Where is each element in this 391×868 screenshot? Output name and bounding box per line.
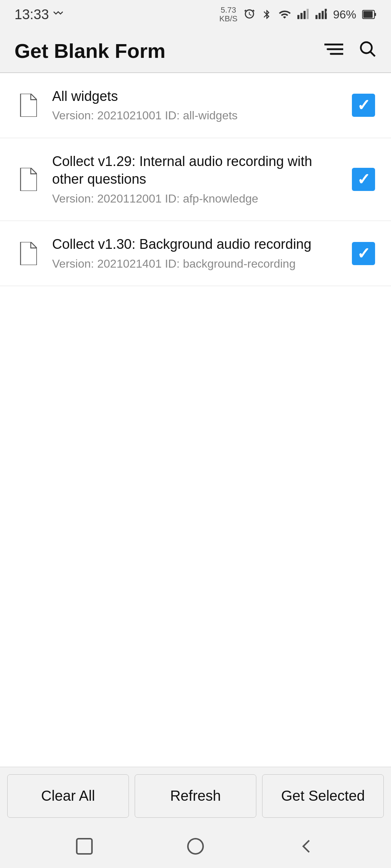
form-1-title: All widgets bbox=[52, 88, 339, 105]
svg-rect-2 bbox=[303, 11, 306, 19]
refresh-button[interactable]: Refresh bbox=[135, 774, 256, 818]
form-1-subtitle: Version: 2021021001 ID: all-widgets bbox=[52, 108, 339, 123]
file-icon bbox=[16, 242, 39, 265]
filter-icon[interactable] bbox=[324, 40, 343, 61]
form-1-content: All widgets Version: 2021021001 ID: all-… bbox=[52, 88, 339, 123]
form-2-content: Collect v1.29: Internal audio recording … bbox=[52, 153, 339, 206]
svg-rect-3 bbox=[307, 9, 309, 19]
svg-point-18 bbox=[188, 839, 203, 854]
svg-rect-10 bbox=[363, 11, 373, 18]
status-bar: 13:33 5.73 KB/S R 96% bbox=[0, 0, 391, 29]
form-3-content: Collect v1.30: Background audio recordin… bbox=[52, 235, 339, 271]
list-item[interactable]: Collect v1.29: Internal audio recording … bbox=[0, 138, 391, 221]
svg-rect-0 bbox=[297, 15, 299, 19]
form-3-title: Collect v1.30: Background audio recordin… bbox=[52, 235, 339, 253]
signal-icon bbox=[53, 9, 64, 20]
svg-rect-17 bbox=[77, 839, 92, 854]
svg-line-16 bbox=[371, 52, 375, 56]
svg-rect-5 bbox=[319, 13, 321, 19]
checkmark-icon: ✓ bbox=[357, 246, 370, 261]
svg-rect-6 bbox=[321, 11, 324, 19]
checkmark-icon: ✓ bbox=[357, 171, 370, 187]
svg-point-15 bbox=[361, 42, 372, 53]
file-icon bbox=[16, 94, 39, 117]
list-item[interactable]: All widgets Version: 2021021001 ID: all-… bbox=[0, 73, 391, 138]
svg-rect-11 bbox=[374, 13, 376, 16]
alarm-icon bbox=[243, 8, 256, 21]
form-3-subtitle: Version: 2021021401 ID: background-recor… bbox=[52, 256, 339, 272]
get-selected-button[interactable]: Get Selected bbox=[262, 774, 384, 818]
kb-label: 5.73 KB/S bbox=[219, 6, 237, 23]
form-1-checkbox[interactable]: ✓ bbox=[352, 94, 375, 117]
svg-rect-4 bbox=[315, 15, 318, 19]
nav-back-button[interactable] bbox=[292, 832, 321, 861]
search-icon[interactable] bbox=[358, 39, 377, 62]
form-2-subtitle: Version: 2020112001 ID: afp-knowledge bbox=[52, 191, 339, 207]
nav-circle-button[interactable] bbox=[181, 832, 210, 861]
form-2-checkbox[interactable]: ✓ bbox=[352, 168, 375, 191]
toolbar: Get Blank Form bbox=[0, 29, 391, 72]
time-label: 13:33 bbox=[14, 7, 49, 22]
checkmark-icon: ✓ bbox=[357, 97, 370, 113]
form-3-checkbox[interactable]: ✓ bbox=[352, 242, 375, 265]
toolbar-actions bbox=[324, 39, 377, 62]
signal-bars-icon bbox=[297, 8, 309, 21]
battery-label: 96% bbox=[333, 8, 356, 21]
wifi-icon bbox=[278, 8, 291, 21]
nav-square-button[interactable] bbox=[70, 832, 99, 861]
status-time: 13:33 bbox=[14, 7, 64, 22]
list-item[interactable]: Collect v1.30: Background audio recordin… bbox=[0, 221, 391, 286]
status-icons: 5.73 KB/S R 96% bbox=[219, 6, 377, 23]
bottom-bar: Clear All Refresh Get Selected bbox=[0, 767, 391, 825]
bluetooth-icon bbox=[261, 8, 272, 21]
clear-all-button[interactable]: Clear All bbox=[7, 774, 129, 818]
form-2-title: Collect v1.29: Internal audio recording … bbox=[52, 153, 339, 188]
svg-text:R: R bbox=[326, 10, 327, 14]
svg-rect-1 bbox=[300, 13, 303, 19]
signal-r-icon: R bbox=[315, 8, 327, 21]
forms-list: All widgets Version: 2021021001 ID: all-… bbox=[0, 73, 391, 767]
page-title: Get Blank Form bbox=[14, 39, 165, 63]
battery-icon bbox=[362, 8, 377, 21]
nav-bar bbox=[0, 825, 391, 868]
file-icon bbox=[16, 168, 39, 191]
